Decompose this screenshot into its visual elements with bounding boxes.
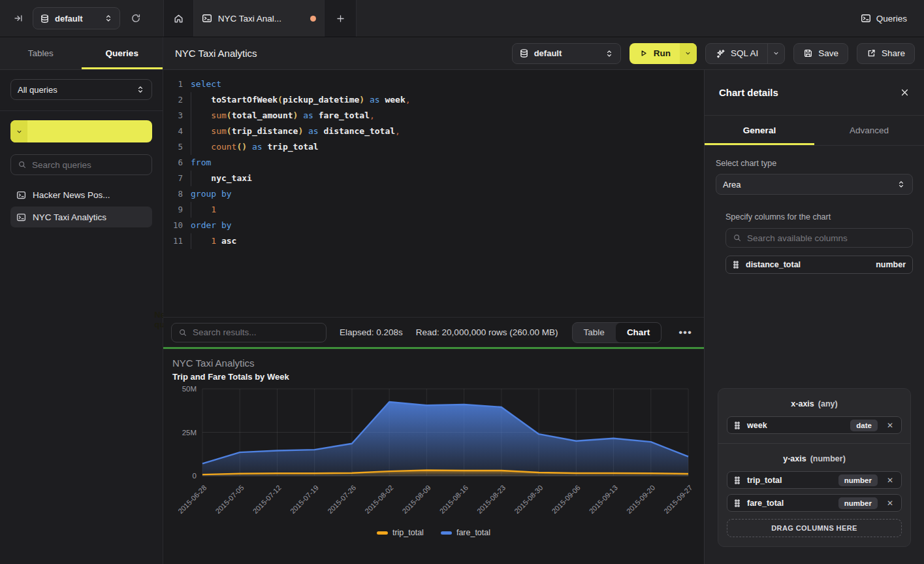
run-button[interactable]: Run (629, 43, 697, 64)
new-query-button[interactable]: New query (10, 120, 152, 142)
top-bar: default NYC Taxi Anal... Queries (0, 0, 924, 37)
close-panel-button[interactable] (900, 88, 910, 97)
y-axis-label: y-axis (783, 454, 806, 463)
remove-column-button[interactable]: ✕ (884, 497, 895, 509)
query-toolbar: NYC Taxi Analytics default Run SQL AI (163, 37, 924, 70)
share-icon (867, 48, 876, 58)
x-tick-label: 2015-09-20 (625, 484, 656, 515)
remove-column-button[interactable]: ✕ (884, 474, 895, 486)
code-line[interactable]: 7 nyc_taxi (163, 171, 704, 186)
tab-advanced[interactable]: Advanced (814, 116, 924, 145)
chart-type-value: Area (723, 180, 891, 190)
queries-shortcut[interactable]: Queries (861, 13, 907, 24)
code-line[interactable]: 6from (163, 155, 704, 171)
code-line[interactable]: 5 count() as trip_total (163, 139, 704, 155)
view-toggle: Table Chart (572, 322, 662, 343)
tab-nyc-taxi-analytics[interactable]: NYC Taxi Anal... (194, 0, 325, 37)
x-axis-column-week[interactable]: week date ✕ (727, 416, 902, 434)
run-database-value: default (534, 48, 599, 58)
sql-editor[interactable]: 1select2 toStartOfWeek(pickup_datetime) … (163, 70, 704, 317)
x-tick-label: 2015-08-09 (401, 484, 432, 515)
query-list-item-hacker-news[interactable]: Hacker News Pos... (10, 184, 152, 205)
save-label: Save (818, 48, 838, 58)
chevron-up-down-icon (104, 14, 113, 23)
code-text: order by (183, 218, 232, 233)
y-axis-column-trip-total[interactable]: trip_total number ✕ (727, 471, 902, 489)
results-more-button[interactable]: ••• (675, 326, 696, 339)
code-line[interactable]: 10order by (163, 218, 704, 233)
query-filter-select[interactable]: All queries (10, 79, 152, 100)
chart-details-panel: Chart details General Advanced Select ch… (704, 70, 924, 564)
run-database-selector[interactable]: default (512, 43, 621, 64)
y-axis-column-fare-total[interactable]: fare_total number ✕ (727, 494, 902, 512)
column-name: trip_total (747, 476, 782, 485)
query-item-label: Hacker News Pos... (33, 190, 110, 200)
search-queries-field[interactable] (10, 154, 152, 175)
query-list-item-nyc-taxi[interactable]: NYC Taxi Analytics (10, 207, 152, 227)
code-line[interactable]: 9 1 (163, 202, 704, 218)
topbar-database-value: default (55, 14, 99, 24)
legend-item-fare_total[interactable]: fare_total (441, 528, 490, 537)
tab-strip: NYC Taxi Anal... (163, 0, 357, 37)
legend-label: trip_total (392, 528, 424, 537)
sql-ai-button[interactable]: SQL AI (705, 43, 785, 64)
y-tick-label: 25M (182, 429, 197, 437)
query-item-label: NYC Taxi Analytics (33, 212, 106, 222)
legend-item-trip_total[interactable]: trip_total (377, 528, 424, 537)
new-tab-button[interactable] (325, 0, 356, 37)
collapse-sidebar-button[interactable] (10, 10, 26, 26)
run-menu-button[interactable] (680, 43, 697, 64)
chart-canvas-holder: 025M50M2015-06-282015-07-052015-07-12201… (163, 349, 704, 526)
main-area: NYC Taxi Analytics default Run SQL AI (163, 37, 924, 564)
code-line[interactable]: 8group by (163, 186, 704, 202)
share-button[interactable]: Share (857, 43, 915, 64)
line-number: 9 (163, 202, 183, 218)
tab-general[interactable]: General (705, 116, 814, 145)
query-title: NYC Taxi Analytics (175, 48, 257, 59)
terminal-icon (16, 212, 26, 222)
search-columns-field[interactable] (725, 228, 913, 248)
search-results-input[interactable] (193, 327, 319, 337)
drag-handle-icon (734, 421, 741, 430)
chart-type-select[interactable]: Area (716, 174, 913, 195)
search-icon (18, 160, 27, 169)
x-tick-label: 2015-08-23 (475, 484, 507, 515)
work-area: 1select2 toStartOfWeek(pickup_datetime) … (163, 70, 704, 564)
topbar-database-selector[interactable]: default (33, 7, 120, 29)
save-icon (803, 48, 813, 58)
drop-zone[interactable]: DRAG COLUMNS HERE (727, 519, 902, 537)
query-list: Hacker News Pos... NYC Taxi Analytics (10, 184, 152, 227)
sql-ai-menu-button[interactable] (767, 44, 784, 63)
x-axis-accepts: (any) (818, 399, 838, 408)
available-column-distance-total[interactable]: distance_total number (725, 256, 913, 274)
remove-column-button[interactable]: ✕ (884, 420, 895, 431)
view-toggle-table[interactable]: Table (573, 323, 616, 342)
y-axis-section: y-axis(number) trip_total number ✕ fare_… (718, 443, 910, 546)
refresh-button[interactable] (128, 10, 144, 26)
line-number: 11 (163, 233, 183, 249)
save-button[interactable]: Save (793, 43, 848, 64)
sidebar-tab-tables[interactable]: Tables (0, 37, 82, 69)
code-line[interactable]: 4 sum(trip_distance) as distance_total, (163, 124, 704, 139)
code-text: toStartOfWeek(pickup_datetime) as week, (183, 92, 411, 108)
view-toggle-chart[interactable]: Chart (616, 323, 661, 342)
chart-canvas[interactable]: 025M50M2015-06-282015-07-052015-07-12201… (163, 349, 704, 524)
search-columns-input[interactable] (747, 233, 906, 243)
run-label: Run (654, 48, 671, 58)
line-number: 6 (163, 155, 183, 171)
drag-handle-icon (734, 476, 741, 485)
new-query-menu-button[interactable] (10, 120, 27, 142)
code-line[interactable]: 1select (163, 76, 704, 92)
search-results-field[interactable] (171, 323, 327, 342)
code-line[interactable]: 3 sum(total_amount) as fare_total, (163, 108, 704, 124)
sidebar-tab-queries[interactable]: Queries (82, 37, 163, 69)
elapsed-stat: Elapsed: 0.208s (340, 327, 403, 337)
code-line[interactable]: 11 1 asc (163, 233, 704, 249)
chart-type-label: Select chart type (716, 159, 913, 168)
code-line[interactable]: 2 toStartOfWeek(pickup_datetime) as week… (163, 92, 704, 108)
column-type-badge: number (838, 497, 878, 509)
x-tick-label: 2015-07-12 (251, 484, 283, 515)
search-queries-input[interactable] (32, 160, 145, 170)
home-tab[interactable] (164, 0, 194, 37)
y-axis-accepts: (number) (810, 454, 846, 463)
